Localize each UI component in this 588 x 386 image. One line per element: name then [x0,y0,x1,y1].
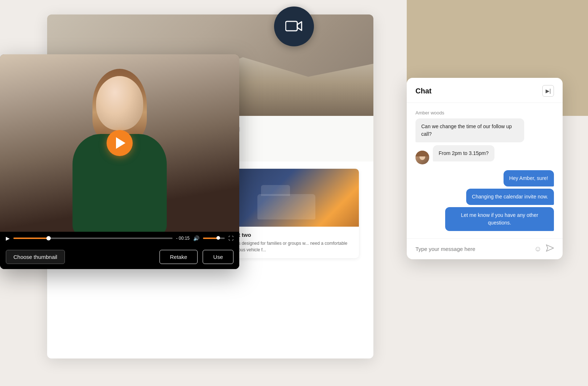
video-player: ▶ - 00:15 🔊 ⛶ Choose thumbnail Retake Us… [0,54,239,269]
sender-avatar [415,151,429,164]
sent-message-1: Hey Amber, sure! [504,170,554,186]
choose-thumbnail-button[interactable]: Choose thumbnail [6,250,65,264]
video-icon-circle [274,7,314,46]
chat-panel: Chat ▶| Amber woods Can we change the ti… [407,78,563,259]
message-with-avatar: From 2pm to 3.15pm? [415,145,554,164]
sent-message-2: Changing the calendar invite now. [466,189,554,205]
progress-bar[interactable] [13,238,173,239]
video-content [0,54,239,232]
play-button[interactable] [107,130,133,156]
use-button[interactable]: Use [203,250,233,264]
volume-thumb [216,236,220,240]
play-pause-button[interactable]: ▶ [6,235,10,241]
video-camera-icon [285,20,303,33]
video-actions-bar: Choose thumbnail Retake Use [0,245,239,269]
chat-input[interactable] [415,246,530,252]
product-name-2: Product two [220,232,353,238]
volume-icon: 🔊 [193,235,199,241]
sent-message-3: Let me know if you have any other questi… [445,207,554,231]
play-triangle-icon [116,137,125,149]
sent-messages-group: Hey Amber, sure! Changing the calendar i… [415,170,554,231]
volume-fill [203,238,218,239]
time-display: - 00:15 [176,236,190,241]
received-message-1: Can we change the time of our follow up … [415,118,524,142]
chat-title: Chat [415,87,431,95]
chat-header: Chat ▶| [407,78,563,103]
svg-rect-0 [286,21,297,31]
fullscreen-button[interactable]: ⛶ [228,235,233,241]
progress-thumb [46,236,51,240]
volume-bar[interactable] [203,238,225,239]
received-message-2: From 2pm to 3.15pm? [433,145,494,161]
sender-name-label: Amber woods [415,110,554,116]
send-button[interactable] [546,244,554,253]
emoji-button[interactable]: ☺ [534,245,542,253]
chat-collapse-button[interactable]: ▶| [542,85,554,97]
chat-input-area: ☺ [407,238,563,259]
collapse-icon: ▶| [546,88,551,94]
progress-fill [13,238,49,239]
video-controls-bar: ▶ - 00:15 🔊 ⛶ [0,232,239,245]
person-head [96,76,143,130]
sender-name: Amber woods [415,110,554,116]
product-desc-2: This van is designed for families or gro… [220,240,353,253]
chat-messages-area: Amber woods Can we change the time of ou… [407,103,563,238]
retake-button[interactable]: Retake [160,250,198,264]
